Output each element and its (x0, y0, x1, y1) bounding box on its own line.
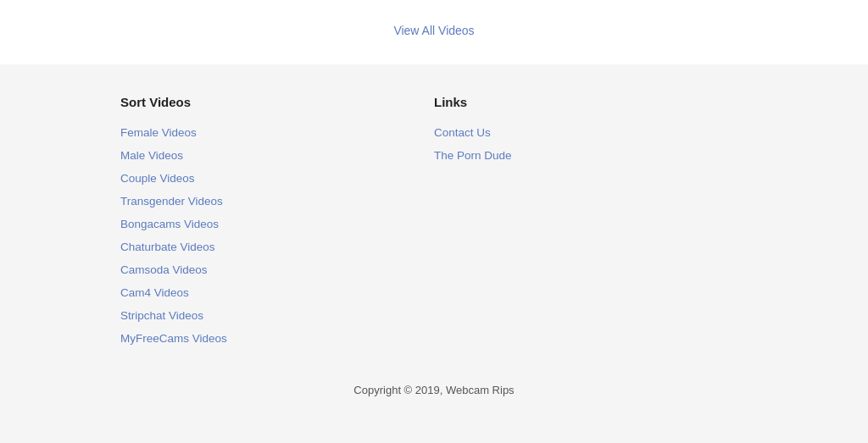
sort-videos-link[interactable]: Transgender Videos (120, 195, 223, 208)
list-item: Chaturbate Videos (120, 237, 434, 258)
sort-videos-link[interactable]: Cam4 Videos (120, 286, 189, 299)
list-item: Contact Us (434, 123, 748, 144)
footer-content: Sort Videos Female VideosMale VideosCoup… (53, 95, 815, 350)
sort-videos-link[interactable]: Stripchat Videos (120, 309, 203, 322)
sort-videos-link[interactable]: Male Videos (120, 149, 183, 162)
copyright-text: Copyright © 2019, Webcam Rips (0, 350, 868, 413)
list-item: Female Videos (120, 123, 434, 144)
sort-videos-link[interactable]: Couple Videos (120, 172, 195, 185)
view-all-videos-link[interactable]: View All Videos (393, 24, 474, 37)
sort-videos-link[interactable]: Camsoda Videos (120, 263, 208, 276)
list-item: MyFreeCams Videos (120, 329, 434, 350)
links-column: Links Contact UsThe Porn Dude (434, 95, 748, 350)
list-item: The Porn Dude (434, 146, 748, 167)
sort-videos-link[interactable]: Bongacams Videos (120, 218, 219, 230)
list-item: Stripchat Videos (120, 306, 434, 327)
links-title: Links (434, 95, 748, 109)
list-item: Transgender Videos (120, 191, 434, 213)
footer-link[interactable]: Contact Us (434, 126, 491, 139)
sort-videos-column: Sort Videos Female VideosMale VideosCoup… (120, 95, 434, 350)
links-list: Contact UsThe Porn Dude (434, 123, 748, 167)
list-item: Bongacams Videos (120, 214, 434, 235)
list-item: Camsoda Videos (120, 260, 434, 281)
sort-videos-list: Female VideosMale VideosCouple VideosTra… (120, 123, 434, 350)
footer-section: Sort Videos Female VideosMale VideosCoup… (0, 64, 868, 443)
footer-link[interactable]: The Porn Dude (434, 149, 512, 162)
list-item: Male Videos (120, 146, 434, 167)
sort-videos-link[interactable]: MyFreeCams Videos (120, 332, 227, 345)
list-item: Cam4 Videos (120, 283, 434, 304)
sort-videos-link[interactable]: Chaturbate Videos (120, 241, 215, 253)
list-item: Couple Videos (120, 169, 434, 190)
sort-videos-link[interactable]: Female Videos (120, 126, 197, 139)
top-section: View All Videos (0, 0, 868, 64)
page-wrapper: View All Videos Sort Videos Female Video… (0, 0, 868, 443)
sort-videos-title: Sort Videos (120, 95, 434, 109)
